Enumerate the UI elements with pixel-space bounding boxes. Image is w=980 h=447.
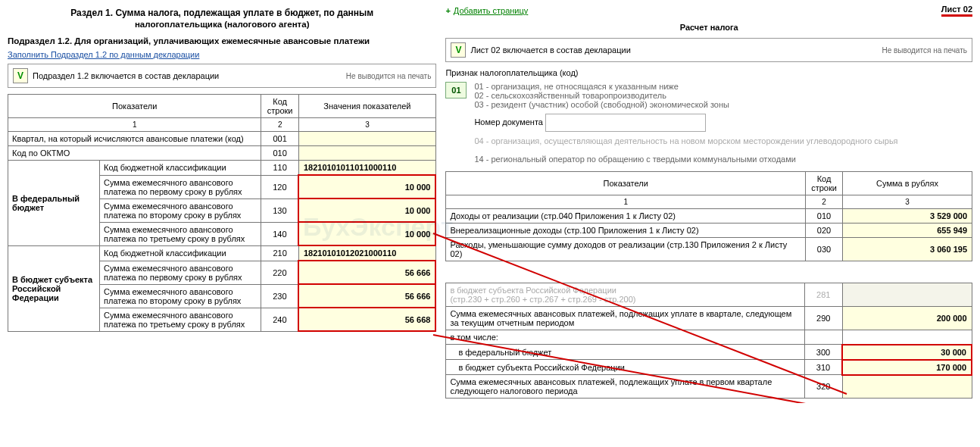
include-label: Подраздел 1.2 включается в состав деклар… bbox=[33, 71, 219, 80]
th-indicators: Показатели bbox=[8, 95, 261, 118]
taxpayer-code-input[interactable]: 01 bbox=[445, 82, 467, 98]
docnum-label: Номер документа bbox=[474, 117, 543, 127]
fed-pay-2[interactable]: 10 000 bbox=[298, 198, 435, 222]
include-checkbox-right[interactable]: V bbox=[451, 42, 466, 58]
regional-budget-label: В бюджет субъекта Российской Федерации bbox=[8, 245, 100, 331]
oktmo-value[interactable] bbox=[298, 146, 435, 161]
no-print-label: Не выводится на печать bbox=[346, 72, 432, 80]
docnum-input[interactable] bbox=[545, 114, 706, 132]
subsection-table: Показатели Код строки Значения показател… bbox=[8, 94, 436, 332]
row-290-value[interactable]: 200 000 bbox=[842, 307, 972, 330]
include-label-right: Лист 02 включается в состав декларации bbox=[470, 45, 630, 55]
th-code-r: Код строки bbox=[806, 172, 843, 195]
include-toggle-row-right: V Лист 02 включается в состав декларации… bbox=[445, 38, 972, 62]
include-checkbox[interactable]: V bbox=[13, 68, 28, 83]
subsection-title: Подраздел 1.2. Для организаций, уплачива… bbox=[8, 36, 436, 45]
row-310-value[interactable]: 170 000 bbox=[842, 360, 972, 375]
th-indicators-r: Показатели bbox=[446, 172, 806, 195]
fed-kbk[interactable]: 18210101011011000110 bbox=[298, 161, 435, 176]
fill-subsection-link[interactable]: Заполнить Подраздел 1.2 по данным деклар… bbox=[8, 50, 199, 59]
row-010-value[interactable]: 3 529 000 bbox=[843, 209, 972, 224]
federal-budget-label: В федеральный бюджет bbox=[8, 161, 100, 246]
taxpayer-sign-label: Признак налогоплательщика (код) bbox=[445, 68, 972, 77]
fed-pay-1[interactable]: 10 000 bbox=[298, 175, 435, 198]
row-300-value[interactable]: 30 000 bbox=[842, 345, 972, 360]
sign-opt-14: 14 - региональный оператор по обращению … bbox=[474, 155, 972, 164]
calc-title: Расчет налога bbox=[445, 23, 972, 32]
no-print-label-right: Не выводится на печать bbox=[882, 46, 967, 55]
reg-kbk[interactable]: 18210101012021000110 bbox=[298, 245, 435, 261]
section-title-line2: налогоплательщика (налогового агента) bbox=[8, 20, 436, 29]
sign-opt-03: 03 - резидент (участник) особой (свободн… bbox=[474, 100, 972, 109]
sheet02-table-top: Показатели Код строки Сумма в рублях 1 2… bbox=[445, 171, 972, 261]
quarter-value[interactable] bbox=[298, 132, 435, 146]
reg-pay-1[interactable]: 56 666 bbox=[298, 261, 435, 284]
th-code: Код строки bbox=[261, 95, 299, 118]
row-020-value[interactable]: 655 949 bbox=[843, 224, 972, 238]
section-title-line1: Раздел 1. Сумма налога, подлежащая уплат… bbox=[8, 8, 436, 18]
sign-opt-04: 04 - организация, осуществляющая деятель… bbox=[474, 136, 972, 145]
row-030-value[interactable]: 3 060 195 bbox=[843, 238, 972, 261]
add-page-link[interactable]: +Добавить страницу bbox=[445, 6, 528, 15]
row-320-value[interactable] bbox=[842, 375, 972, 399]
th-sum-r: Сумма в рублях bbox=[843, 172, 972, 195]
th-values: Значения показателей bbox=[298, 95, 435, 118]
fed-pay-3[interactable]: 10 000 bbox=[298, 222, 435, 245]
quarter-label: Квартал, на который исчисляются авансовы… bbox=[8, 132, 261, 146]
reg-pay-2[interactable]: 56 666 bbox=[298, 284, 435, 308]
sign-opt-01: 01 - организация, не относящаяся к указа… bbox=[474, 82, 972, 91]
sheet02-table-bottom: в бюджет субъекта Российской Федерации (… bbox=[445, 283, 972, 399]
include-toggle-row: V Подраздел 1.2 включается в состав декл… bbox=[8, 64, 436, 88]
reg-pay-3[interactable]: 56 668 bbox=[298, 308, 435, 331]
sign-opt-02: 02 - сельскохозяйственный товаропроизвод… bbox=[474, 91, 972, 100]
sheet-number: Лист 02 bbox=[941, 5, 972, 17]
oktmo-label: Код по ОКТМО bbox=[8, 146, 261, 161]
